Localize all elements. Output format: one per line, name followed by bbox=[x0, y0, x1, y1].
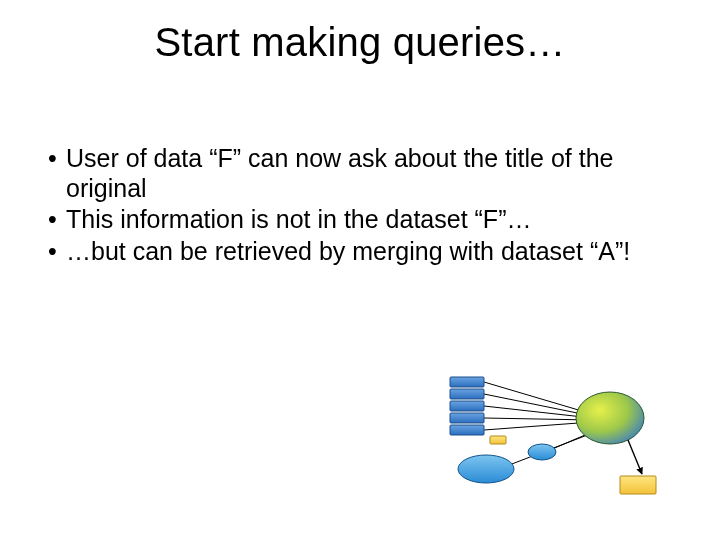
bullet-text: User of data “F” can now ask about the t… bbox=[66, 144, 664, 203]
slide-title: Start making queries… bbox=[0, 20, 720, 65]
bullet-item: • This information is not in the dataset… bbox=[48, 205, 664, 235]
svg-line-15 bbox=[628, 440, 642, 474]
slide-body: • User of data “F” can now ask about the… bbox=[48, 144, 664, 268]
svg-line-4 bbox=[484, 422, 592, 430]
svg-rect-16 bbox=[620, 476, 656, 494]
svg-rect-17 bbox=[490, 436, 506, 444]
bullet-item: • …but can be retrieved by merging with … bbox=[48, 237, 664, 267]
bullet-text: …but can be retrieved by merging with da… bbox=[66, 237, 664, 267]
bullet-dot-icon: • bbox=[48, 205, 66, 235]
svg-point-11 bbox=[458, 455, 514, 483]
bullet-dot-icon: • bbox=[48, 237, 66, 267]
svg-line-1 bbox=[484, 394, 592, 416]
svg-line-0 bbox=[484, 382, 592, 414]
bullet-text: This information is not in the dataset “… bbox=[66, 205, 664, 235]
svg-point-14 bbox=[576, 392, 644, 444]
svg-rect-9 bbox=[450, 425, 484, 435]
svg-rect-5 bbox=[450, 377, 484, 387]
bullet-dot-icon: • bbox=[48, 144, 66, 174]
svg-point-13 bbox=[528, 444, 556, 460]
svg-rect-6 bbox=[450, 389, 484, 399]
slide: Start making queries… • User of data “F”… bbox=[0, 0, 720, 540]
svg-rect-8 bbox=[450, 413, 484, 423]
svg-rect-7 bbox=[450, 401, 484, 411]
bullet-item: • User of data “F” can now ask about the… bbox=[48, 144, 664, 203]
diagram-illustration bbox=[442, 372, 662, 502]
